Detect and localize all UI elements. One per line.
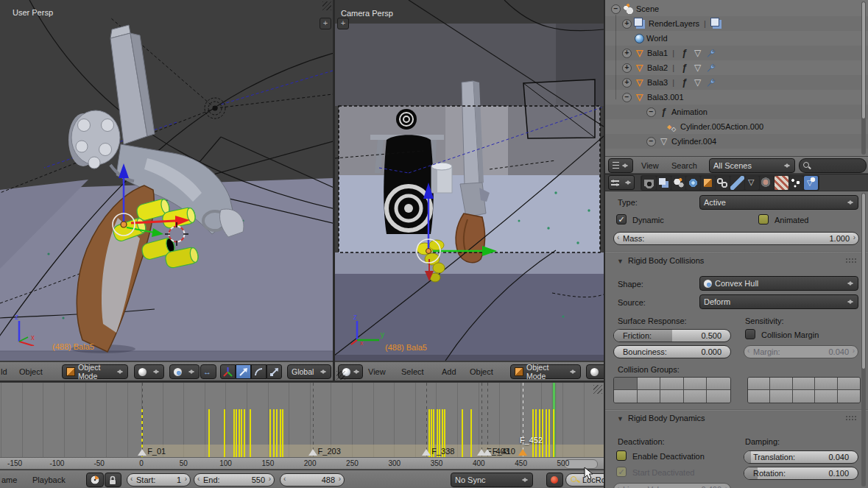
meshdata-icon[interactable]: ▽ bbox=[692, 48, 703, 59]
pivot-dropdown[interactable] bbox=[169, 364, 200, 379]
manipulator-toggle[interactable]: ↔ bbox=[200, 364, 216, 379]
rotation-damping-slider[interactable]: Rotation: 0.100 bbox=[744, 467, 858, 480]
collision-group-cell[interactable] bbox=[815, 390, 837, 403]
tab-scene[interactable] bbox=[671, 176, 685, 190]
marker-F_410[interactable] bbox=[483, 449, 492, 456]
collapse-icon[interactable]: − bbox=[611, 4, 621, 14]
collision-group-cell[interactable] bbox=[614, 390, 638, 403]
fcurve-icon[interactable]: ƒ bbox=[679, 77, 690, 88]
orientation-dropdown[interactable]: Global bbox=[287, 364, 331, 379]
collision-group-cell[interactable] bbox=[684, 378, 708, 390]
outliner-row[interactable]: Cylinder.005Action.000 bbox=[605, 119, 868, 134]
corner-grip[interactable] bbox=[322, 1, 331, 10]
corner-grip[interactable] bbox=[593, 385, 602, 394]
collision-group-cell[interactable] bbox=[793, 378, 815, 390]
translation-damping-slider[interactable]: Translation: 0.040 bbox=[744, 450, 858, 464]
collision-group-cell[interactable] bbox=[770, 378, 792, 390]
outliner-row[interactable]: −ƒAnimation bbox=[605, 105, 868, 119]
collapse-triangle-icon[interactable]: ▼ bbox=[617, 258, 624, 265]
tab-object-data[interactable] bbox=[745, 176, 759, 190]
transform-axis-button[interactable] bbox=[220, 364, 236, 379]
marker-F_452[interactable] bbox=[518, 449, 527, 456]
time-editor-button[interactable] bbox=[86, 473, 104, 487]
shading-dropdown[interactable] bbox=[586, 364, 604, 379]
scenes-filter-dropdown[interactable]: All Scenes bbox=[709, 158, 795, 173]
wrench-icon[interactable] bbox=[705, 63, 716, 74]
collision-group-cell[interactable] bbox=[638, 378, 661, 390]
viewport-user-persp[interactable]: User Persp (488) Bala5 z x + ld Object O… bbox=[0, 0, 333, 381]
collision-group-cell[interactable] bbox=[614, 378, 638, 390]
marker-F_338[interactable] bbox=[422, 449, 431, 456]
outliner-row[interactable]: +▽Bala2|ƒ▽ bbox=[605, 60, 868, 75]
editor-type-button[interactable] bbox=[608, 175, 635, 190]
collision-group-cell[interactable] bbox=[748, 378, 770, 390]
tab-world[interactable] bbox=[686, 176, 700, 190]
menu-object[interactable]: Object bbox=[470, 367, 493, 376]
rotate-manipulator-button[interactable] bbox=[251, 364, 267, 379]
expand-icon[interactable]: + bbox=[622, 63, 632, 73]
outliner-row[interactable]: World bbox=[605, 31, 868, 46]
editor-type-button[interactable] bbox=[608, 158, 633, 173]
fcurve-icon[interactable]: ƒ bbox=[679, 48, 690, 59]
expand-icon[interactable]: + bbox=[622, 78, 632, 88]
linear-velocity-field[interactable]: Linear Vel 0.400 bbox=[613, 483, 731, 488]
marker-F_203[interactable] bbox=[308, 449, 317, 456]
tab-particles[interactable] bbox=[789, 176, 803, 190]
expand-icon[interactable]: + bbox=[622, 19, 632, 29]
collision-group-cell[interactable] bbox=[660, 378, 684, 390]
scale-manipulator-button[interactable] bbox=[267, 364, 282, 379]
mode-dropdown[interactable]: Object Mode bbox=[62, 364, 128, 379]
panel-drag-dots[interactable] bbox=[845, 415, 857, 421]
collision-group-cell[interactable] bbox=[838, 378, 860, 390]
translate-manipulator-button[interactable] bbox=[236, 364, 251, 379]
collision-group-cell[interactable] bbox=[770, 390, 792, 403]
fcurve-icon[interactable]: ƒ bbox=[679, 63, 690, 74]
collapse-icon[interactable]: − bbox=[622, 93, 632, 102]
source-dropdown[interactable]: Deform bbox=[699, 294, 858, 309]
outliner-row[interactable]: +▽Bala1|ƒ▽ bbox=[605, 46, 868, 60]
region-expand-button[interactable]: + bbox=[337, 18, 349, 29]
start-frame-field[interactable]: Start: 1 bbox=[127, 473, 191, 487]
collision-group-cell[interactable] bbox=[707, 390, 730, 403]
tab-physics[interactable] bbox=[804, 176, 818, 190]
outliner-row[interactable]: −Scene bbox=[605, 1, 868, 16]
menu-view[interactable]: View bbox=[641, 161, 659, 170]
sync-dropdown[interactable]: No Sync bbox=[451, 473, 533, 487]
collision-group-cell[interactable] bbox=[660, 390, 684, 403]
menu-object[interactable]: Object bbox=[19, 367, 43, 376]
bounciness-slider[interactable]: Bounciness: 0.000 bbox=[613, 345, 731, 358]
tab-modifiers[interactable] bbox=[730, 176, 744, 190]
wrench-icon[interactable] bbox=[705, 48, 716, 59]
properties-scrollbar[interactable] bbox=[861, 193, 866, 487]
record-button[interactable] bbox=[546, 473, 563, 487]
menu-fragment[interactable]: ld bbox=[1, 367, 7, 376]
timeline-canvas[interactable]: F_01F_203F_338F_403F_410F_452 bbox=[0, 383, 604, 457]
tab-object[interactable] bbox=[701, 176, 715, 190]
mass-field[interactable]: Mass: 1.000 bbox=[613, 232, 859, 245]
timeline-ruler[interactable]: -150-100-5005010015020025030035040045050… bbox=[0, 457, 604, 470]
menu-fragment[interactable]: ame bbox=[1, 475, 17, 484]
tab-texture[interactable] bbox=[775, 176, 788, 190]
collision-group-cell[interactable] bbox=[838, 390, 860, 403]
dynamic-checkbox[interactable]: ✓ bbox=[616, 214, 627, 224]
menu-add[interactable]: Add bbox=[442, 367, 456, 376]
outliner-scrollbar[interactable] bbox=[861, 1, 866, 155]
lock-button[interactable] bbox=[105, 473, 121, 487]
viewport-camera-persp[interactable]: Camera Persp (488) Bala5 z y x + ViewSel… bbox=[335, 0, 604, 381]
menu-search[interactable]: Search bbox=[671, 161, 697, 170]
physics-properties-panel[interactable]: Type: Active ✓ Dynamic Animated Mass: 1.… bbox=[605, 191, 868, 488]
collision-group-cell[interactable] bbox=[748, 390, 770, 403]
mode-dropdown[interactable]: Object Mode bbox=[510, 364, 581, 379]
animated-checkbox[interactable] bbox=[758, 214, 769, 224]
shape-dropdown[interactable]: Convex Hull bbox=[699, 276, 858, 291]
menu-playback[interactable]: Playback bbox=[32, 475, 66, 484]
outliner-row[interactable]: +▽Bala3|ƒ▽ bbox=[605, 75, 868, 90]
outliner-row[interactable]: +RenderLayers| bbox=[605, 16, 868, 31]
outliner-panel[interactable]: −Scene+RenderLayers|World+▽Bala1|ƒ▽+▽Bal… bbox=[605, 0, 868, 156]
collision-group-cell[interactable] bbox=[815, 378, 837, 390]
tab-constraints[interactable] bbox=[716, 176, 730, 190]
panel-drag-dots[interactable] bbox=[845, 258, 857, 264]
menu-view[interactable]: View bbox=[368, 367, 386, 376]
meshdata-icon[interactable]: ▽ bbox=[692, 77, 703, 88]
meshdata-icon[interactable]: ▽ bbox=[692, 63, 703, 74]
